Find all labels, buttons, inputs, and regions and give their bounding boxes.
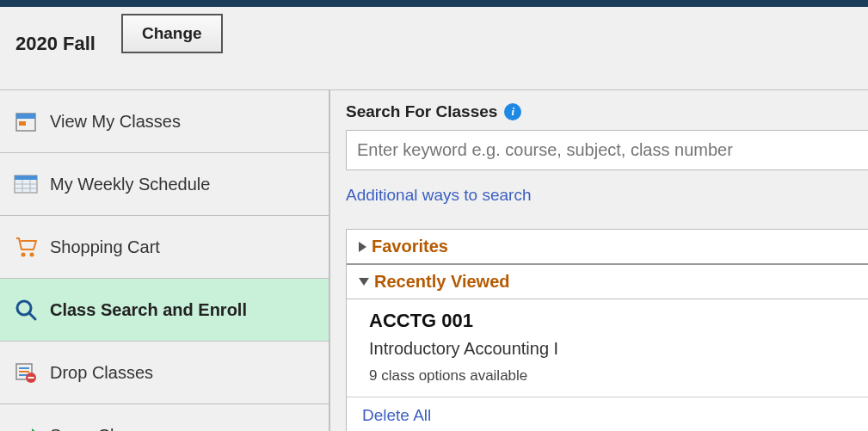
sidebar-item-label: View My Classes (50, 112, 181, 132)
search-label-row: Search For Classes i (346, 102, 868, 121)
drop-icon (14, 360, 38, 385)
course-options: 9 class options available (369, 367, 846, 385)
favorites-panel-header[interactable]: Favorites (347, 230, 868, 265)
recently-viewed-panel-header[interactable]: Recently Viewed (347, 265, 868, 299)
swap-icon (14, 423, 38, 431)
additional-search-link[interactable]: Additional ways to search (346, 186, 868, 205)
course-code: ACCTG 001 (369, 310, 846, 332)
sidebar-item-drop-classes[interactable]: Drop Classes (0, 342, 329, 404)
sidebar-item-shopping-cart[interactable]: Shopping Cart (0, 216, 329, 279)
content-area: Search For Classes i Additional ways to … (330, 90, 868, 431)
sidebar-item-label: My Weekly Schedule (50, 175, 210, 194)
sidebar: View My Classes My Weekly Schedule (0, 90, 330, 431)
recently-viewed-title: Recently Viewed (374, 272, 509, 292)
delete-all-link[interactable]: Delete All (347, 397, 868, 431)
info-icon[interactable]: i (504, 103, 521, 120)
term-header: 2020 Fall Change (0, 7, 868, 89)
sidebar-item-weekly-schedule[interactable]: My Weekly Schedule (0, 153, 329, 216)
svg-rect-2 (19, 121, 26, 126)
sidebar-item-label: Shopping Cart (50, 237, 160, 257)
calendar-icon (14, 109, 38, 133)
change-term-button[interactable]: Change (121, 14, 223, 53)
search-icon (14, 298, 38, 322)
chevron-right-icon (359, 242, 366, 252)
sidebar-item-view-classes[interactable]: View My Classes (0, 90, 329, 153)
course-title: Introductory Accounting I (369, 339, 846, 359)
sidebar-item-label: Drop Classes (50, 363, 153, 383)
sidebar-item-label: Class Search and Enroll (50, 300, 247, 320)
sidebar-item-class-search-enroll[interactable]: Class Search and Enroll (0, 279, 329, 342)
app-top-bar (0, 0, 868, 7)
svg-point-9 (22, 253, 26, 257)
svg-point-10 (30, 253, 34, 257)
svg-rect-1 (16, 114, 35, 119)
favorites-title: Favorites (372, 237, 448, 256)
schedule-icon (14, 172, 38, 196)
svg-line-12 (29, 313, 35, 319)
search-input[interactable] (346, 130, 868, 170)
sidebar-item-swap-classes[interactable]: Swap Classes (0, 404, 329, 431)
main-layout: View My Classes My Weekly Schedule (0, 89, 868, 431)
svg-rect-4 (15, 175, 37, 180)
chevron-down-icon (359, 278, 369, 286)
recently-viewed-course[interactable]: ACCTG 001 Introductory Accounting I 9 cl… (347, 299, 868, 397)
term-label: 2020 Fall (15, 33, 95, 55)
search-label: Search For Classes (346, 102, 497, 121)
sidebar-item-label: Swap Classes (50, 426, 159, 432)
cart-icon (14, 235, 38, 259)
panels-container: Favorites Recently Viewed ACCTG 001 Intr… (346, 229, 868, 431)
